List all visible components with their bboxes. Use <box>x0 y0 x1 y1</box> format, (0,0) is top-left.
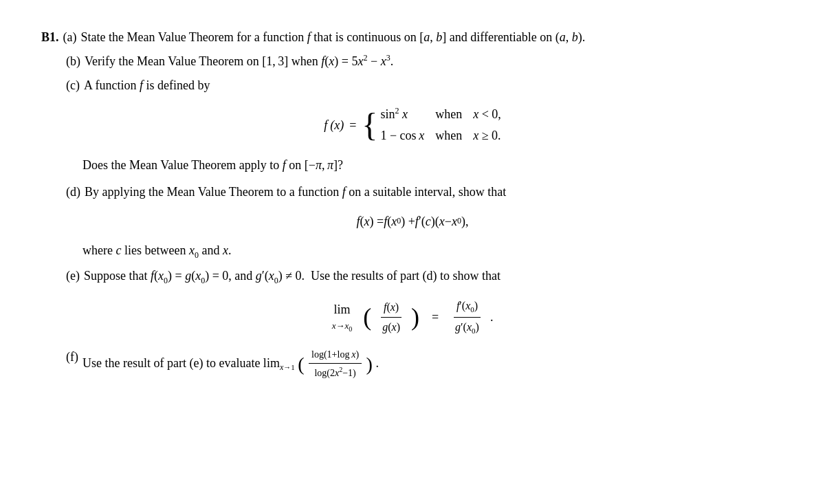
part-b: (b) Verify the Mean Value Theorem on [1,… <box>41 52 784 72</box>
case1-cond: x < 0, <box>473 105 501 124</box>
part-e-text: Suppose that f(x0) = g(x0) = 0, and g′(x… <box>84 266 500 287</box>
limit-formula: lim x→x0 ( f(x) g(x) ) = f′(x0) g′(x0) . <box>41 297 784 338</box>
part-f-label: (f) <box>66 347 78 367</box>
part-c: (c) A function f is defined by f (x) = {… <box>41 76 784 175</box>
part-a-label: (a) <box>63 28 77 47</box>
case2-expr: 1 − cos x <box>380 126 424 146</box>
piecewise-cases: sin2 x when x < 0, 1 − cos x when x ≥ 0. <box>380 105 500 146</box>
big-paren-right: ) <box>411 305 419 329</box>
result-fraction: f′(x0) g′(x0) <box>452 297 482 338</box>
piecewise-brace: { <box>362 109 377 142</box>
case1-when: when <box>435 105 462 124</box>
case1-expr: sin2 x <box>380 105 424 124</box>
part-e: (e) Suppose that f(x0) = g(x0) = 0, and … <box>41 266 784 337</box>
case2-cond: x ≥ 0. <box>473 126 501 146</box>
part-d-label: (d) <box>66 182 80 202</box>
limit-fraction: f(x) g(x) <box>380 298 403 336</box>
part-a: B1. (a) State the Mean Value Theorem for… <box>41 28 784 47</box>
part-a-text: State the Mean Value Theorem for a funct… <box>81 28 586 47</box>
mvt-formula: f(x) = f(x0) + f′(c)(x − x0), <box>41 212 784 232</box>
part-d-where: where c lies between x0 and x. <box>41 241 784 262</box>
part-b-label: (b) <box>66 52 80 72</box>
piecewise-display: f (x) = { sin2 x when x < 0, 1 − cos x w… <box>41 105 784 146</box>
case2-when: when <box>435 126 462 146</box>
part-b-text: Verify the Mean Value Theorem on [1, 3] … <box>85 52 393 72</box>
part-c-label: (c) <box>66 76 80 96</box>
part-c-question: Does the Mean Value Theorem apply to f o… <box>41 155 784 175</box>
part-f-big-paren-right: ) <box>366 353 373 374</box>
big-paren-left: ( <box>363 305 371 329</box>
problem-container: B1. (a) State the Mean Value Theorem for… <box>41 28 784 381</box>
part-d-text: By applying the Mean Value Theorem to a … <box>85 182 506 202</box>
part-f-text: Use the result of part (e) to evaluate l… <box>82 347 379 381</box>
part-e-label: (e) <box>66 266 80 286</box>
part-d: (d) By applying the Mean Value Theorem t… <box>41 182 784 262</box>
lim-block: lim x→x0 <box>332 300 353 335</box>
part-f-big-paren-left: ( <box>298 353 304 374</box>
part-c-text: A function f is defined by <box>84 76 210 96</box>
part-f-fraction: log(1+log x) log(2x2−1) <box>309 347 362 381</box>
part-f: (f) Use the result of part (e) to evalua… <box>41 347 784 381</box>
problem-label: B1. <box>41 28 59 47</box>
